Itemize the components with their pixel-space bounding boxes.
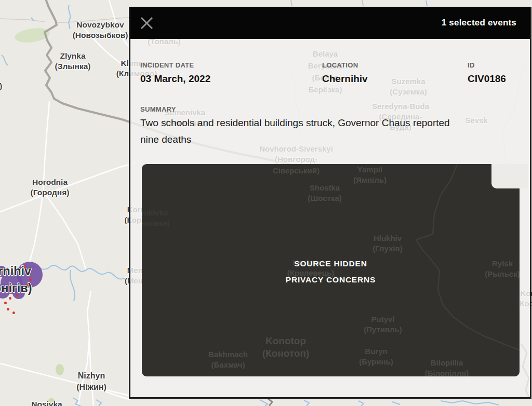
incident-date-label: INCIDENT DATE [140, 61, 194, 69]
location-label: LOCATION [322, 61, 358, 69]
modal-header: 1 selected events [130, 7, 530, 39]
event-dot [29, 278, 32, 281]
media-source-hidden-panel: Сіверський) Yampil (Ямпіль) Shostka (Шос… [142, 164, 520, 376]
id-value: CIV0186 [468, 73, 506, 85]
media-panel-notch [491, 164, 528, 188]
event-dot [21, 290, 24, 292]
event-dot [26, 285, 29, 287]
source-hidden-message: SOURCE HIDDEN PRIVACY CONCERNS [142, 255, 520, 288]
summary-label: SUMMARY [140, 105, 176, 113]
forest-patch [48, 398, 55, 406]
location-value: Chernihiv [322, 73, 368, 85]
close-button[interactable] [139, 15, 154, 31]
event-dot [9, 297, 11, 300]
event-dot [12, 312, 15, 314]
source-hidden-line2: PRIVACY CONCERNS [142, 272, 520, 288]
id-label: ID [468, 61, 475, 69]
source-hidden-line1: SOURCE HIDDEN [142, 255, 520, 272]
event-dot [7, 308, 9, 310]
selected-events-count: 1 selected events [442, 18, 516, 28]
forest-patch [56, 364, 64, 375]
modal-body: INCIDENT DATE 03 March, 2022 LOCATION Ch… [130, 39, 530, 397]
summary-value: Two schools and residential buildings st… [140, 115, 514, 148]
event-dot [28, 272, 31, 274]
app-screen: Novozybkov (Новозыбков) Zlynka (Злынка) … [0, 0, 532, 406]
event-dot [16, 294, 18, 296]
event-detail-modal: 1 selected events INCIDENT DATE 03 March… [129, 7, 531, 399]
event-dot [23, 265, 26, 268]
close-icon [140, 16, 154, 30]
incident-date-value: 03 March, 2022 [140, 73, 210, 85]
event-dot [4, 302, 7, 304]
cluster-circle [12, 287, 25, 299]
